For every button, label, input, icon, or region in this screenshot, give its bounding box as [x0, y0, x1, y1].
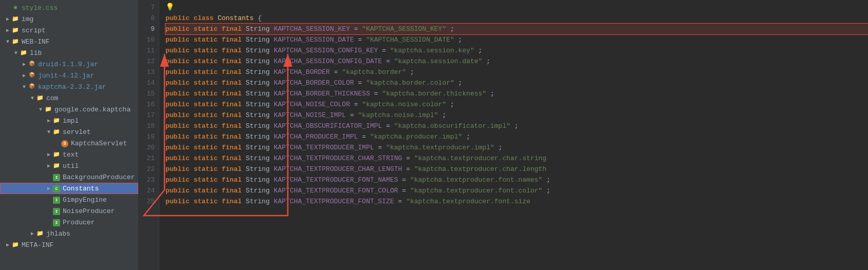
folder-icon: 📁 [11, 26, 20, 34]
arrow-druid [21, 61, 28, 67]
code-line-18: public static final String KAPTCHA_OBSCU… [165, 121, 868, 131]
servlet-icon: S [61, 139, 69, 147]
line-num-23: 23 [143, 175, 155, 185]
arrow-kaptcha [21, 84, 28, 90]
sidebar-item-label: GimpyEngine [63, 196, 107, 204]
keyword-class: class [194, 14, 214, 22]
line-num-18: 18 [143, 121, 155, 131]
jar-icon: 📦 [28, 71, 36, 80]
line-num-12: 12 [143, 56, 155, 67]
folder-icon: 📁 [20, 49, 28, 57]
line-num-13: 13 [143, 67, 155, 78]
sidebar-item-img[interactable]: 📁 img [0, 13, 138, 25]
file-tree[interactable]: ■ style.css 📁 img 📁 script 📁 WEB-INF 📁 l… [0, 0, 139, 270]
sidebar-item-label: text [63, 151, 79, 159]
class-name-constants: Constants [217, 14, 253, 22]
code-line-16: public static final String KAPTCHA_NOISE… [165, 99, 868, 110]
sidebar-item-kaptcha-jar[interactable]: 📦 kaptcha-2.3.2.jar [0, 81, 138, 92]
sidebar-item-label: servlet [63, 128, 91, 136]
sidebar-item-label: Producer [63, 219, 95, 226]
sidebar-item-web-inf[interactable]: 📁 WEB-INF [0, 36, 138, 47]
line-num-7: 7 [143, 2, 155, 13]
sidebar-item-jhlabs[interactable]: 📁 jhlabs [0, 228, 138, 239]
folder-icon: 📁 [11, 241, 20, 249]
code-line-17: public static final String KAPTCHA_NOISE… [165, 110, 868, 121]
folder-icon: 📁 [52, 117, 61, 125]
code-line-24: public static final String KAPTCHA_TEXTP… [165, 185, 868, 196]
java-interface-icon: I [52, 218, 61, 226]
code-line-11: public static final String KAPTCHA_SESSI… [165, 45, 868, 56]
line-num-14: 14 [143, 78, 155, 88]
line-num-10: 10 [143, 34, 155, 45]
sidebar-item-lib[interactable]: 📁 lib [0, 47, 138, 59]
css-icon: ■ [11, 4, 20, 12]
line-num-19: 19 [143, 131, 155, 142]
sidebar-item-label: NoiseProducer [63, 207, 115, 215]
sidebar-item-label: impl [63, 117, 79, 125]
sidebar-item-junit-jar[interactable]: 📦 junit-4.12.jar [0, 70, 138, 81]
arrow-img [4, 16, 11, 22]
line-num-17: 17 [143, 110, 155, 121]
arrow-impl [45, 118, 52, 124]
line-num-25: 25 [143, 196, 155, 207]
folder-icon: 📁 [11, 37, 20, 46]
line-num-8: 8 [143, 13, 155, 24]
arrow-meta-inf [4, 242, 11, 248]
sidebar-item-label: META-INF [22, 241, 53, 249]
folder-icon: 📁 [36, 229, 44, 238]
sidebar-item-style-css[interactable]: ■ style.css [0, 2, 138, 13]
code-line-9: public static final String KAPTCHA_SESSI… [165, 24, 868, 34]
code-line-13: public static final String KAPTCHA_BORDE… [165, 67, 868, 78]
sidebar-item-label: img [22, 15, 33, 23]
code-line-23: public static final String KAPTCHA_TEXTP… [165, 175, 868, 185]
code-line-15: public static final String KAPTCHA_BORDE… [165, 88, 868, 99]
sidebar-item-label: junit-4.12.jar [38, 72, 94, 80]
sidebar-item-com[interactable]: 📁 com [0, 92, 138, 104]
line-num-16: 16 [143, 99, 155, 110]
sidebar-item-constants[interactable]: C Constants [0, 183, 138, 194]
sidebar-item-script[interactable]: 📁 script [0, 25, 138, 36]
arrow-lib [12, 50, 20, 56]
sidebar-item-label: com [46, 94, 58, 102]
code-line-19: public static final String KAPTCHA_PRODU… [165, 131, 868, 142]
sidebar-item-background-producer[interactable]: I BackgroundProducer [0, 171, 138, 183]
sidebar-item-google-code[interactable]: 📁 google.code.kaptcha [0, 104, 138, 115]
jar-icon: 📦 [28, 60, 36, 68]
folder-icon: 📁 [44, 105, 52, 113]
code-line-12: public static final String KAPTCHA_SESSI… [165, 56, 868, 67]
sidebar-item-druid-jar[interactable]: 📦 druid-1.1.9.jar [0, 59, 138, 70]
sidebar-item-impl[interactable]: 📁 impl [0, 115, 138, 126]
sidebar-item-gimpy[interactable]: I GimpyEngine [0, 194, 138, 205]
sidebar-item-label: WEB-INF [22, 38, 50, 46]
line-num-20: 20 [143, 142, 155, 153]
sidebar-item-util[interactable]: 📁 util [0, 160, 138, 171]
java-interface-icon: I [52, 207, 61, 215]
sidebar-item-label: google.code.kaptcha [54, 106, 131, 113]
sidebar-item-label: lib [30, 49, 42, 57]
sidebar-item-label: Constants [63, 185, 99, 192]
code-line-22: public static final String KAPTCHA_TEXTP… [165, 164, 868, 175]
arrow-com [29, 95, 36, 101]
sidebar-item-meta-inf[interactable]: 📁 META-INF [0, 239, 138, 250]
arrow-junit [21, 72, 28, 79]
arrow-constants [45, 185, 52, 191]
line-num-24: 24 [143, 185, 155, 196]
sidebar-item-kaptcha-servlet[interactable]: S KaptchaServlet [0, 138, 138, 149]
sidebar-item-label: jhlabs [46, 230, 70, 238]
sidebar-item-text[interactable]: 📁 text [0, 149, 138, 160]
code-lines: 💡 public class Constants { public static… [159, 0, 868, 270]
folder-icon: 📁 [52, 128, 61, 136]
sidebar-item-servlet[interactable]: 📁 servlet [0, 126, 138, 138]
folder-icon: 📁 [36, 94, 44, 102]
line-num-9: 9 [143, 24, 155, 34]
sidebar-item-label: util [63, 162, 79, 170]
code-line-7: 💡 [165, 2, 868, 13]
line-num-22: 22 [143, 164, 155, 175]
code-line-14: public static final String KAPTCHA_BORDE… [165, 78, 868, 88]
arrow-text [45, 151, 52, 158]
keyword-public: public [165, 14, 190, 22]
sidebar-item-producer[interactable]: I Producer [0, 217, 138, 228]
code-line-21: public static final String KAPTCHA_TEXTP… [165, 153, 868, 164]
arrow-servlet [45, 129, 52, 135]
sidebar-item-noise[interactable]: I NoiseProducer [0, 205, 138, 217]
